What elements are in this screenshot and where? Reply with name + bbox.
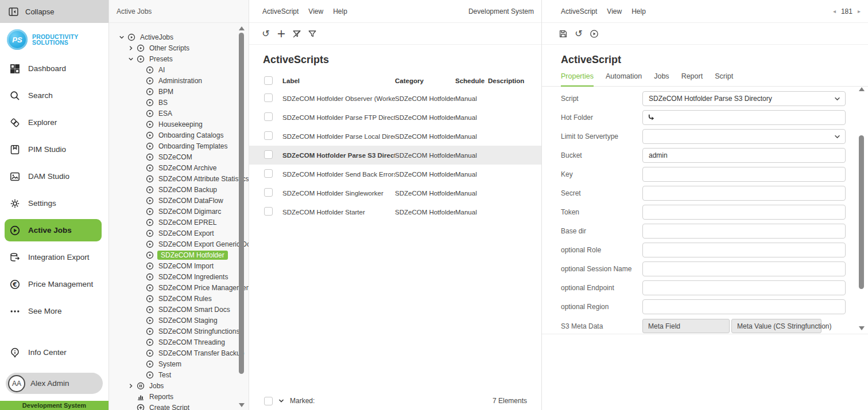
tree-item-housekeeping[interactable]: Housekeeping — [109, 119, 249, 130]
sidebar-item-price-management[interactable]: €Price Management — [0, 271, 108, 298]
field-limit-to-servertype-select[interactable] — [642, 129, 846, 144]
field-secret-input[interactable] — [642, 186, 846, 201]
tab-automation[interactable]: Automation — [606, 72, 642, 86]
filter-clear-button[interactable] — [290, 28, 303, 40]
tree-item-other-scripts[interactable]: Other Scripts — [109, 42, 249, 53]
column-header-description[interactable]: Description — [488, 77, 541, 84]
tree-item-activejobs[interactable]: ActiveJobs — [109, 32, 249, 42]
tree-item-esa[interactable]: ESA — [109, 108, 249, 119]
menu-help[interactable]: Help — [631, 7, 646, 15]
chevron-right-icon[interactable] — [127, 382, 134, 389]
chevron-right-icon[interactable] — [127, 44, 134, 52]
field-optional-endpoint-input[interactable] — [642, 280, 846, 295]
tree-item-sdzecom-export-generic-docs[interactable]: SDZeCOM Export Generic Docs — [109, 239, 249, 249]
tree-item-sdzecom-hotfolder[interactable]: SDZeCOM Hotfolder — [109, 249, 249, 260]
tree-item-test[interactable]: Test — [109, 369, 249, 380]
tree-item-administration[interactable]: Administration — [109, 75, 249, 86]
chevron-down-icon[interactable] — [127, 55, 134, 63]
scroll-down-icon[interactable] — [859, 326, 865, 330]
tree-item-create-script[interactable]: Create Script — [109, 402, 249, 410]
field-script-select[interactable]: SDZeCOM Hotfolder Parse S3 Directory — [642, 91, 846, 106]
tree-item-bpm[interactable]: BPM — [109, 86, 249, 97]
scrollbar-thumb[interactable] — [239, 33, 244, 374]
tree-item-sdzecom-archive[interactable]: SDZeCOM Archive — [109, 162, 249, 173]
table-row-sdzecom-hotfolder-parse-ftp-directory[interactable]: SDZeCOM Hotfolder Parse FTP DirectorySDZ… — [249, 108, 541, 127]
column-header-category[interactable]: Category — [395, 77, 455, 84]
prev-page-icon[interactable]: ◂ — [833, 8, 836, 14]
sidebar-item-active-jobs[interactable]: Active Jobs — [5, 219, 102, 241]
marked-checkbox[interactable] — [264, 397, 273, 405]
tree-item-system[interactable]: System — [109, 358, 249, 369]
sidebar-item-settings[interactable]: Settings — [0, 190, 108, 217]
tree-item-bs[interactable]: BS — [109, 97, 249, 108]
field-base-dir-input[interactable] — [642, 224, 846, 239]
tree-item-sdzecom-rules[interactable]: SDZeCOM Rules — [109, 293, 249, 304]
filter-button[interactable] — [306, 28, 319, 40]
menu-help[interactable]: Help — [333, 7, 347, 15]
row-checkbox[interactable] — [264, 207, 273, 216]
field-hot-folder-input[interactable] — [642, 110, 846, 125]
refresh-button[interactable]: ↺ — [259, 28, 272, 40]
row-checkbox[interactable] — [264, 150, 273, 159]
tree-item-sdzecom-stringfunctions[interactable]: SDZeCOM Stringfunctions — [109, 326, 249, 337]
field-token-input[interactable] — [642, 205, 846, 220]
add-button[interactable]: + — [275, 28, 288, 40]
next-page-icon[interactable]: ▸ — [858, 8, 861, 14]
field-optional-session-name-input[interactable] — [642, 261, 846, 276]
tree-item-sdzecom[interactable]: SDZeCOM — [109, 151, 249, 162]
sidebar-item-see-more[interactable]: See More — [0, 298, 108, 325]
table-row-sdzecom-hotfolder-singleworker[interactable]: SDZeCOM Hotfolder SingleworkerSDZeCOM Ho… — [249, 183, 541, 202]
sidebar-item-search[interactable]: Search — [0, 82, 108, 109]
sidebar-item-explorer[interactable]: Explorer — [0, 109, 108, 136]
tree-item-sdzecom-export[interactable]: SDZeCOM Export — [109, 228, 249, 239]
tree-item-jobs[interactable]: Jobs — [109, 380, 249, 391]
detail-scrollbar[interactable] — [859, 87, 865, 330]
menu-view[interactable]: View — [308, 7, 323, 15]
sidebar-item-dashboard[interactable]: Dashboard — [0, 55, 108, 82]
tab-jobs[interactable]: Jobs — [654, 72, 669, 86]
table-row-sdzecom-hotfolder-send-back-errors[interactable]: SDZeCOM Hotfolder Send Back ErrorsSDZeCO… — [249, 165, 541, 183]
menu-view[interactable]: View — [607, 7, 622, 15]
column-header-label[interactable]: Label — [282, 77, 395, 84]
tree-item-presets[interactable]: Presets — [109, 53, 249, 64]
tab-report[interactable]: Report — [681, 72, 703, 86]
tree-item-sdzecom-backup[interactable]: SDZeCOM Backup — [109, 184, 249, 195]
tree-item-sdzecom-smart-docs[interactable]: SDZeCOM Smart Docs — [109, 304, 249, 315]
table-row-sdzecom-hotfolder-parse-local-directory[interactable]: SDZeCOM Hotfolder Parse Local DirectoryS… — [249, 127, 541, 146]
row-checkbox[interactable] — [264, 131, 273, 140]
menu-activescript[interactable]: ActiveScript — [262, 7, 299, 15]
field-optional-role-input[interactable] — [642, 243, 846, 257]
sidebar-item-integration-export[interactable]: Integration Export — [0, 244, 108, 271]
refresh-button[interactable]: ↺ — [572, 28, 585, 40]
chevron-down-icon[interactable] — [278, 397, 285, 404]
row-checkbox[interactable] — [264, 112, 273, 121]
tree-scrollbar[interactable] — [239, 26, 245, 407]
tree-item-sdzecom-dataflow[interactable]: SDZeCOM DataFlow — [109, 195, 249, 206]
tree-item-sdzecom-staging[interactable]: SDZeCOM Staging — [109, 315, 249, 326]
collapse-button[interactable]: Collapse — [0, 0, 108, 23]
tab-properties[interactable]: Properties — [561, 72, 594, 87]
table-row-sdzecom-hotfolder-starter[interactable]: SDZeCOM Hotfolder StarterSDZeCOM Hotfold… — [249, 202, 541, 221]
menu-activescript[interactable]: ActiveScript — [561, 7, 597, 15]
field-bucket-input[interactable] — [642, 148, 846, 163]
scroll-down-icon[interactable] — [239, 403, 245, 407]
tree-item-onboarding-templates[interactable]: Onboarding Templates — [109, 140, 249, 151]
scroll-up-icon[interactable] — [239, 26, 245, 30]
sidebar-item-dam-studio[interactable]: DAM Studio — [0, 163, 108, 190]
select-all-checkbox[interactable] — [264, 76, 273, 85]
row-checkbox[interactable] — [264, 188, 273, 197]
tree-item-sdzecom-digimarc[interactable]: SDZeCOM Digimarc — [109, 206, 249, 217]
row-checkbox[interactable] — [264, 93, 273, 102]
field-key-input[interactable] — [642, 167, 846, 182]
row-checkbox[interactable] — [264, 169, 273, 178]
user-menu[interactable]: AA Alex Admin — [6, 373, 103, 394]
scrollbar-thumb[interactable] — [859, 135, 864, 289]
field-optional-region-input[interactable] — [642, 299, 846, 314]
tree-item-sdzecom-price-management[interactable]: SDZeCOM Price Management — [109, 282, 249, 293]
tree-item-sdzecom-eprel[interactable]: SDZeCOM EPREL — [109, 217, 249, 228]
column-header-schedule[interactable]: Schedule — [455, 77, 488, 84]
tree-item-sdzecom-attribute-statistics[interactable]: SDZeCOM Attribute Statistics — [109, 173, 249, 184]
tab-script[interactable]: Script — [715, 72, 733, 86]
tree-item-reports[interactable]: Reports — [109, 391, 249, 402]
tree-item-ai[interactable]: AI — [109, 64, 249, 75]
